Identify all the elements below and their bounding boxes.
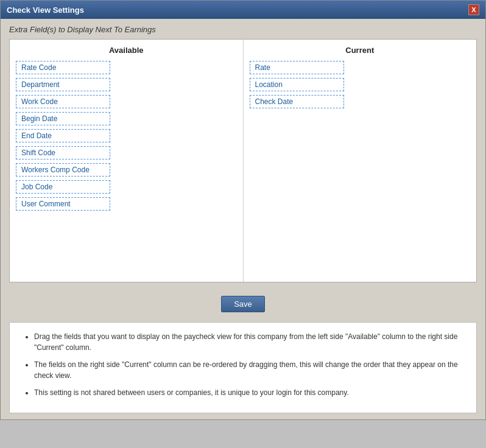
current-field-item[interactable]: Rate (250, 61, 344, 74)
available-field-item[interactable]: Begin Date (16, 112, 110, 125)
info-box: Drag the fields that you want to display… (9, 322, 477, 413)
current-header: Current (250, 46, 471, 55)
available-field-item[interactable]: Rate Code (16, 61, 110, 74)
save-row: Save (1, 289, 485, 320)
close-button[interactable]: X (468, 4, 479, 15)
available-field-item[interactable]: User Comment (16, 197, 110, 211)
current-field-item[interactable]: Check Date (250, 95, 344, 108)
title-bar: Check View Settings X (1, 1, 485, 19)
instructions-list: Drag the fields that you want to display… (22, 331, 464, 398)
current-column: Current RateLocationCheck Date (244, 40, 477, 282)
instruction-item: This setting is not shared between users… (34, 387, 464, 398)
instruction-item: Drag the fields that you want to display… (34, 331, 464, 353)
columns-container: Available Rate CodeDepartmentWork CodeBe… (9, 39, 477, 282)
available-field-item[interactable]: Workers Comp Code (16, 163, 110, 177)
window-title: Check View Settings (7, 5, 84, 15)
current-field-item[interactable]: Location (250, 78, 344, 91)
available-header: Available (16, 46, 237, 55)
available-field-item[interactable]: Job Code (16, 180, 110, 194)
available-list: Rate CodeDepartmentWork CodeBegin DateEn… (16, 61, 237, 214)
available-field-item[interactable]: Shift Code (16, 146, 110, 159)
save-button[interactable]: Save (221, 296, 265, 312)
check-view-settings-window: Check View Settings X Extra Field(s) to … (0, 0, 486, 420)
current-list: RateLocationCheck Date (250, 61, 471, 112)
subtitle: Extra Field(s) to Display Next To Earnin… (9, 25, 477, 34)
available-column: Available Rate CodeDepartmentWork CodeBe… (10, 40, 244, 282)
available-field-item[interactable]: Work Code (16, 95, 110, 108)
available-field-item[interactable]: Department (16, 78, 110, 91)
instruction-item: The fields on the right side "Current" c… (34, 359, 464, 381)
main-content: Extra Field(s) to Display Next To Earnin… (1, 19, 485, 289)
available-field-item[interactable]: End Date (16, 129, 110, 142)
